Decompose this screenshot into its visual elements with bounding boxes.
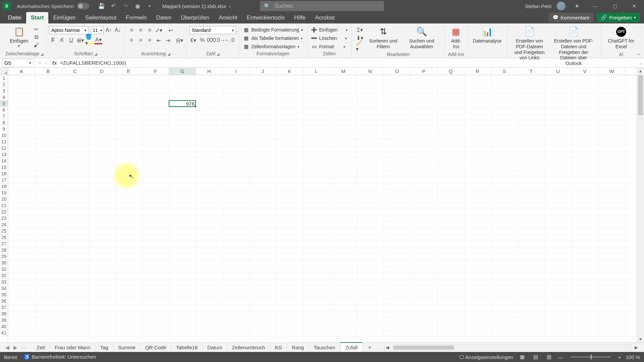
display-settings-button[interactable]: 🖵 Anzeigeeinstellungen <box>459 354 513 360</box>
column-header[interactable]: C <box>62 68 89 75</box>
vertical-scroll-thumb[interactable] <box>638 75 643 115</box>
row-headers[interactable]: 1234567891011121314151617181920212223242… <box>0 75 8 343</box>
autosum-icon[interactable]: Σ▾ <box>356 26 364 34</box>
chatgpt-button[interactable]: GPTChatGPT for Excel <box>604 25 639 51</box>
tab-formeln[interactable]: Formeln <box>121 12 151 23</box>
expand-formula-icon[interactable]: ⌄ <box>637 60 644 65</box>
redo-icon[interactable]: ↷ <box>121 2 129 10</box>
addins-button[interactable]: ▦Add-Ins <box>448 25 465 51</box>
collapse-ribbon-icon[interactable]: ⌄ <box>637 51 641 56</box>
vertical-scrollbar[interactable]: ▲ ▼ <box>637 68 644 343</box>
zoom-out-button[interactable]: — <box>558 354 563 360</box>
sheet-prev-icon[interactable]: ◀ <box>5 345 9 351</box>
row-header[interactable]: 4 <box>0 94 8 101</box>
column-header[interactable]: A <box>8 68 35 75</box>
paste-button[interactable]: 📋 Einfügen ▾ <box>7 25 31 49</box>
decrease-font-icon[interactable]: A↓ <box>114 26 122 34</box>
undo-icon[interactable]: ↶ <box>109 2 117 10</box>
column-header[interactable]: Q <box>437 68 464 75</box>
column-header[interactable]: W <box>598 68 625 75</box>
worksheet-grid[interactable]: ABCDEFGHIJKLMNOPQRSTUVW 1234567891011121… <box>0 68 644 343</box>
sheet-tab[interactable]: Datum <box>203 343 227 352</box>
insert-cells-button[interactable]: ➕Einfügen▾ <box>310 26 349 34</box>
tab-hilfe[interactable]: Hilfe <box>289 12 310 23</box>
sheet-tab[interactable]: Tag <box>96 343 113 352</box>
row-header[interactable]: 30 <box>0 260 8 266</box>
sheet-next-icon[interactable]: ▶ <box>13 345 17 351</box>
row-header[interactable]: 7 <box>0 113 8 120</box>
column-header[interactable]: E <box>115 68 142 75</box>
pdf-share-links-button[interactable]: 📄Erstellen von PDF-Dateien und Freigeben… <box>510 25 549 62</box>
cell-styles-button[interactable]: ▦Zellenformatvorlagen▾ <box>242 43 301 50</box>
row-header[interactable]: 21 <box>0 202 8 209</box>
tab-start[interactable]: Start <box>26 12 49 23</box>
sheet-tab[interactable]: Zeilenumbruch <box>227 343 270 352</box>
sheet-tab[interactable]: Frau oder Mann <box>50 343 96 352</box>
italic-button[interactable]: K <box>58 36 66 44</box>
cut-icon[interactable]: ✂ <box>32 25 40 33</box>
user-name[interactable]: Stefan Petri <box>525 3 551 9</box>
column-header[interactable]: U <box>545 68 572 75</box>
row-header[interactable]: 29 <box>0 253 8 260</box>
column-header[interactable]: V <box>572 68 598 75</box>
underline-button[interactable]: U <box>67 36 75 44</box>
row-header[interactable]: 28 <box>0 247 8 253</box>
row-header[interactable]: 14 <box>0 158 8 164</box>
sheet-tab[interactable]: Zufall <box>340 342 363 352</box>
user-avatar[interactable] <box>557 2 566 10</box>
align-center-icon[interactable]: ≡ <box>137 36 145 44</box>
qat-customize-icon[interactable]: ▾ <box>146 2 154 10</box>
column-header[interactable]: T <box>518 68 545 75</box>
conditional-formatting-button[interactable]: ▦Bedingte Formatierung▾ <box>242 26 304 34</box>
maximize-button[interactable]: ▢ <box>608 0 622 12</box>
merge-icon[interactable]: ⊟▾ <box>175 36 183 44</box>
tab-split-handle[interactable]: ⋮ <box>382 344 384 351</box>
tab-ansicht[interactable]: Ansicht <box>214 12 242 23</box>
font-launcher-icon[interactable]: ◢ <box>94 52 97 56</box>
column-header[interactable]: P <box>411 68 437 75</box>
delete-cells-button[interactable]: ➖Löschen▾ <box>310 35 348 42</box>
column-header[interactable]: M <box>330 68 357 75</box>
row-header[interactable]: 35 <box>0 292 8 298</box>
column-header[interactable]: H <box>196 68 223 75</box>
align-launcher-icon[interactable]: ◢ <box>167 52 170 56</box>
hscroll-left-icon[interactable]: ◀ <box>384 345 390 350</box>
row-header[interactable]: 23 <box>0 215 8 222</box>
column-header[interactable]: N <box>357 68 384 75</box>
format-cells-button[interactable]: ▭Format▾ <box>310 43 346 50</box>
row-header[interactable]: 11 <box>0 139 8 145</box>
sheet-tab[interactable]: KG <box>270 343 287 352</box>
align-bottom-icon[interactable]: ≡ <box>146 26 154 34</box>
cancel-formula-icon[interactable]: ✕ <box>38 60 42 66</box>
sheet-tab[interactable]: QR-Code <box>141 343 171 352</box>
format-painter-icon[interactable]: 🖌 <box>32 42 40 49</box>
sheet-tab[interactable]: Tabelle18 <box>171 343 203 352</box>
row-header[interactable]: 33 <box>0 279 8 285</box>
number-launcher-icon[interactable]: ◢ <box>217 52 219 56</box>
namebox-chevron-icon[interactable]: ▼ <box>28 61 32 65</box>
row-header[interactable]: 12 <box>0 145 8 152</box>
row-header[interactable]: 6 <box>0 107 8 113</box>
zoom-slider[interactable] <box>571 356 611 358</box>
row-header[interactable]: 18 <box>0 183 8 190</box>
hscroll-right-icon[interactable]: ▶ <box>633 345 639 350</box>
row-header[interactable]: 16 <box>0 171 8 177</box>
format-as-table-button[interactable]: ▦Als Tabelle formatieren▾ <box>242 35 304 42</box>
row-header[interactable]: 26 <box>0 234 8 241</box>
column-header[interactable]: G <box>169 68 196 75</box>
name-box[interactable]: G5▼ <box>2 59 34 67</box>
row-header[interactable]: 36 <box>0 298 8 304</box>
row-header[interactable]: 24 <box>0 222 8 228</box>
column-header[interactable]: D <box>89 68 115 75</box>
comments-button[interactable]: 💬Kommentare <box>548 13 594 22</box>
row-header[interactable]: 17 <box>0 177 8 183</box>
page-break-view-icon[interactable]: ▥ <box>545 353 553 361</box>
indent-decrease-icon[interactable]: ⇤ <box>155 36 163 44</box>
zoom-level[interactable]: 100 % <box>626 354 640 360</box>
horizontal-scroll-thumb[interactable] <box>393 346 454 350</box>
row-header[interactable]: 34 <box>0 285 8 292</box>
coming-soon-icon[interactable]: ✦ <box>573 2 581 10</box>
column-header[interactable]: R <box>464 68 491 75</box>
row-header[interactable]: 5 <box>0 101 8 107</box>
find-select-button[interactable]: 🔍Suchen und Auswählen <box>401 25 442 51</box>
